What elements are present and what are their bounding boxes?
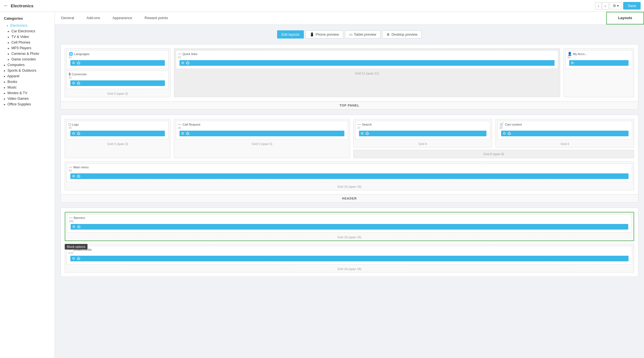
sidebar-item-electronics[interactable]: ▾ Electronics [0,23,55,28]
tablet-icon: ▭ [349,32,353,37]
block-logo-power[interactable]: ⏻ [77,132,80,135]
layout-editor: Edit layouts 📱 Phone preview ▭ Tablet pr… [55,25,644,358]
grid-block-cart: 🛒 Cart content #8 ⚙ ⏻ Grid 4 [495,119,634,148]
sidebar-item-car-electronics[interactable]: ▸ Car Electronics [0,28,55,34]
save-button[interactable]: Save [623,2,641,10]
sidebar-item-apparel[interactable]: ▸ Apparel [0,73,55,79]
block-banners[interactable]: ⋯ Banners #66 ⚙ ⏻ [67,214,632,233]
languages-icon: 🌐 [69,52,73,56]
tab-layouts[interactable]: Layouts [606,12,644,24]
block-banners-power[interactable]: ⏻ [77,225,80,229]
tab-reward-points[interactable]: Reward points [138,12,174,24]
block-myaccount-gear[interactable]: ⚙ [571,61,574,65]
sidebar: Categories ▾ Electronics ▸ Car Electroni… [0,12,55,358]
phone-preview-button[interactable]: 📱 Phone preview [306,30,343,38]
block-quicklinks-gear[interactable]: ⚙ [181,61,184,65]
block-search[interactable]: ⋯ Search #7 ⚙ ⏻ [355,121,490,139]
sidebar-item-music[interactable]: ▸ Music [0,85,55,90]
grid-block-myaccount: 👤 My Acco... #4 ⚙ [564,48,634,97]
block-currencies-power[interactable]: ⏻ [77,81,80,85]
block-myaccount[interactable]: 👤 My Acco... #4 ⚙ [566,50,632,69]
block-callrequest[interactable]: ⋯ Call Request #6 ⚙ ⏻ [176,121,348,139]
tab-appearance[interactable]: Appearance [106,12,138,24]
block-mainmenu-gear[interactable]: ⚙ [72,174,75,178]
grid16-mainmenu-label: Grid 16 (span 16) [65,184,634,190]
block-cart-gear[interactable]: ⚙ [503,132,506,135]
desktop-preview-button[interactable]: 🖥 Desktop preview [382,30,421,38]
block-currencies[interactable]: $ Currencies #2 ⚙ ⏻ [67,71,169,89]
block-logo[interactable]: □ Logo #5 ⚙ ⏻ [67,121,169,139]
block-quicklinks-power[interactable]: ⏻ [186,61,189,65]
logo-icon: □ [69,122,71,126]
sidebar-item-movies[interactable]: ▸ Movies & TV [0,90,55,96]
tabs-row: General Add-ons Appearance Reward points… [55,12,644,25]
block-search-power[interactable]: ⏻ [365,132,369,135]
edit-layouts-button[interactable]: Edit layouts [277,30,304,38]
grid-block-search: ⋯ Search #7 ⚙ ⏻ Grid 4 [353,119,492,148]
block-search-actions: ⚙ ⏻ [359,131,486,136]
tablet-preview-button[interactable]: ▭ Tablet preview [345,30,381,38]
tab-general[interactable]: General [55,12,80,24]
grid-block-callrequest: ⋯ Call Request #6 ⚙ ⏻ Grid 5 (span 5) [174,119,350,158]
block-search-gear[interactable]: ⚙ [361,132,364,135]
categories-title: Categories [0,15,55,23]
preview-buttons: Edit layouts 📱 Phone preview ▭ Tablet pr… [60,30,638,38]
header-section-inner: □ Logo #5 ⚙ ⏻ Grid 3 (span 3) [61,115,638,194]
grid-block-languages-currencies: 🌐 Languages #1 ⚙ ⏻ $ Currencies #2 [65,48,170,97]
block-myaccount-actions: ⚙ [569,60,629,66]
sidebar-item-video-games[interactable]: ▸ Video Games [0,96,55,101]
block-banners-gear[interactable]: ⚙ [72,225,75,229]
block-callrequest-gear[interactable]: ⚙ [181,132,184,135]
block-breadcrumbs-power[interactable]: ⏻ [77,257,80,260]
block-breadcrumbs[interactable]: ⋯ Breadcrumbs #10 ⚙ ⏻ [67,246,632,264]
grid-block-quicklinks: ⋯ Quick links #3 ⚙ ⏻ Grid 11 (span 11) [174,48,560,97]
block-languages-power[interactable]: ⏻ [77,61,80,65]
user-icon: 👤 [567,52,572,56]
content-section: ⋯ Banners #66 ⚙ ⏻ Grid 16 (span 16) Bloc… [60,208,638,277]
block-mainmenu-actions: ⚙ ⏻ [70,173,629,179]
block-logo-gear[interactable]: ⚙ [72,132,75,135]
sidebar-item-game-consoles[interactable]: ▸ Game consoles [0,56,55,62]
block-callrequest-power[interactable]: ⏻ [186,132,189,135]
block-currencies-gear[interactable]: ⚙ [72,81,75,85]
tab-addons[interactable]: Add-ons [80,12,106,24]
sidebar-item-mp3[interactable]: ▸ MP3 Players [0,45,55,51]
block-languages[interactable]: 🌐 Languages #1 ⚙ ⏻ [67,50,169,69]
desktop-icon: 🖥 [386,33,390,37]
grid5-label: Grid 5 (span 5) [174,141,350,147]
grid3-top-label: Grid 3 (span 3) [65,91,170,97]
phone-icon: 📱 [310,32,314,37]
top-panel-section: 🌐 Languages #1 ⚙ ⏻ $ Currencies #2 [60,44,638,110]
block-languages-gear[interactable]: ⚙ [72,61,75,65]
sidebar-item-computers[interactable]: ▸ Computers [0,62,55,68]
sidebar-item-books[interactable]: ▸ Books [0,79,55,85]
sidebar-item-tv-video[interactable]: ▸ TV & Video [0,34,55,40]
top-panel-label: TOP PANEL [61,101,638,109]
search-icon: ⋯ [357,122,361,126]
block-cart[interactable]: 🛒 Cart content #8 ⚙ ⏻ [497,121,632,139]
block-logo-actions: ⚙ ⏻ [70,131,165,136]
grid11-label: Grid 11 (span 11) [174,71,560,77]
block-banners-actions: ⚙ ⏻ [71,224,628,230]
settings-button[interactable]: ⚙ ▾ [610,2,622,9]
block-breadcrumbs-gear[interactable]: ⚙ [72,257,75,260]
page-title: Electronics [11,3,33,8]
grid-block-logo: □ Logo #5 ⚙ ⏻ Grid 3 (span 3) [65,119,170,158]
grid-block-mainmenu: ⋯ Main menu #9 ⚙ ⏻ Grid 16 (span 16) [65,162,634,190]
block-quicklinks[interactable]: ⋯ Quick links #3 ⚙ ⏻ [176,50,558,69]
sidebar-item-cameras[interactable]: ▸ Cameras & Photo [0,51,55,56]
nav-prev-button[interactable]: ‹ [595,2,602,10]
block-mainmenu-power[interactable]: ⏻ [77,174,80,178]
main-layout: Categories ▾ Electronics ▸ Car Electroni… [0,12,644,358]
block-mainmenu[interactable]: ⋯ Main menu #9 ⚙ ⏻ [67,164,632,182]
sidebar-item-office[interactable]: ▸ Office Supplies [0,101,55,107]
sidebar-item-sports[interactable]: ▸ Sports & Outdoors [0,68,55,73]
grid8-label: Grid 8 (span 8) [353,150,634,158]
sidebar-item-cell-phones[interactable]: ▸ Cell Phones [0,40,55,45]
nav-next-button[interactable]: › [602,2,609,10]
block-cart-power[interactable]: ⏻ [508,132,511,135]
back-button[interactable]: ← [3,3,8,9]
grid-block-banners[interactable]: ⋯ Banners #66 ⚙ ⏻ Grid 16 (span 16) [65,212,634,241]
grid16-banners-label: Grid 16 (span 16) [65,234,634,241]
currencies-icon: $ [69,72,71,76]
